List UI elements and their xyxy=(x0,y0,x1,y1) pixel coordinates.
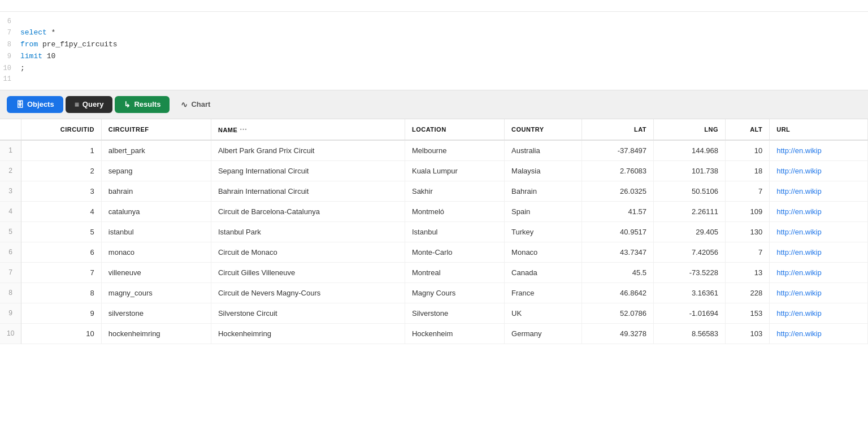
line-number: 7 xyxy=(0,28,20,38)
code-editor[interactable]: 67select *8from pre_f1py_circuits9limit … xyxy=(0,12,868,90)
table-row: 1010hockenheimringHockenheimringHockenhe… xyxy=(0,323,868,344)
cell-name: Circuit de Monaco xyxy=(211,242,405,262)
code-line: 9limit 10 xyxy=(0,51,868,63)
code-text: ; xyxy=(20,64,25,72)
cell-row: 9 xyxy=(0,303,21,323)
cell-url[interactable]: http://en.wikip xyxy=(770,201,868,221)
cell-row: 8 xyxy=(0,282,21,303)
code-text: pre_f1py_circuits xyxy=(38,40,117,49)
cell-circuitref: albert_park xyxy=(101,140,211,161)
cell-country: Bahrain xyxy=(505,181,582,201)
cell-url[interactable]: http://en.wikip xyxy=(770,282,868,303)
objects-label: Objects xyxy=(27,100,54,108)
code-content[interactable]: from pre_f1py_circuits xyxy=(20,39,868,51)
code-content[interactable]: select * xyxy=(20,27,868,39)
cell-url[interactable]: http://en.wikip xyxy=(770,160,868,181)
table-row: 88magny_coursCircuit de Nevers Magny-Cou… xyxy=(0,282,868,303)
tab-query[interactable]: ≡Query xyxy=(66,96,113,113)
tab-chart[interactable]: ∿Chart xyxy=(172,96,219,113)
results-icon: ↳ xyxy=(124,100,131,109)
code-line: 8from pre_f1py_circuits xyxy=(0,39,868,51)
line-number: 10 xyxy=(0,63,20,74)
cell-location: Hockenheim xyxy=(405,323,504,344)
cell-alt: 7 xyxy=(725,242,769,262)
cell-name: Albert Park Grand Prix Circuit xyxy=(211,140,405,161)
cell-circuitref: bahrain xyxy=(101,181,211,201)
query-icon: ≡ xyxy=(75,100,79,109)
cell-lng: 50.5106 xyxy=(654,181,726,201)
col-header-url[interactable]: URL xyxy=(770,119,868,140)
cell-alt: 7 xyxy=(725,181,769,201)
results-label: Results xyxy=(134,100,160,108)
cell-url[interactable]: http://en.wikip xyxy=(770,323,868,344)
cell-circuitid: 1 xyxy=(21,140,101,161)
col-header-location[interactable]: LOCATION xyxy=(405,119,504,140)
cell-location: Istanbul xyxy=(405,221,504,242)
cell-row: 1 xyxy=(0,140,21,161)
cell-lat: 52.0786 xyxy=(582,303,654,323)
db-selector[interactable] xyxy=(0,0,868,12)
cell-row: 3 xyxy=(0,181,21,201)
col-header-alt[interactable]: ALT xyxy=(725,119,769,140)
cell-lng: 7.42056 xyxy=(654,242,726,262)
cell-lat: -37.8497 xyxy=(582,140,654,161)
cell-location: Silverstone xyxy=(405,303,504,323)
cell-location: Kuala Lumpur xyxy=(405,160,504,181)
cell-circuitid: 7 xyxy=(21,262,101,282)
cell-lng: 2.26111 xyxy=(654,201,726,221)
cell-location: Melbourne xyxy=(405,140,504,161)
cell-lat: 40.9517 xyxy=(582,221,654,242)
cell-lng: 144.968 xyxy=(654,140,726,161)
cell-url[interactable]: http://en.wikip xyxy=(770,221,868,242)
toolbar: 🗄Objects≡Query↳Results∿Chart xyxy=(0,90,868,119)
cell-url[interactable]: http://en.wikip xyxy=(770,242,868,262)
cell-url[interactable]: http://en.wikip xyxy=(770,181,868,201)
cell-url[interactable]: http://en.wikip xyxy=(770,303,868,323)
code-line: 11 xyxy=(0,74,868,85)
cell-url[interactable]: http://en.wikip xyxy=(770,140,868,161)
cell-lng: 8.56583 xyxy=(654,323,726,344)
cell-lat: 45.5 xyxy=(582,262,654,282)
tab-results[interactable]: ↳Results xyxy=(115,96,170,113)
tab-objects[interactable]: 🗄Objects xyxy=(7,96,63,113)
results-table-container: CIRCUITIDCIRCUITREFNAME···LOCATIONCOUNTR… xyxy=(0,119,868,344)
col-header-lng[interactable]: LNG xyxy=(654,119,726,140)
code-content[interactable]: limit 10 xyxy=(20,51,868,63)
code-text: * xyxy=(47,28,56,37)
cell-circuitref: catalunya xyxy=(101,201,211,221)
line-number: 8 xyxy=(0,40,20,50)
cell-country: Spain xyxy=(505,201,582,221)
cell-country: Turkey xyxy=(505,221,582,242)
col-header-circuitid[interactable]: CIRCUITID xyxy=(21,119,101,140)
code-content[interactable]: ; xyxy=(20,63,868,75)
col-header-lat[interactable]: LAT xyxy=(582,119,654,140)
cell-name: Bahrain International Circuit xyxy=(211,181,405,201)
table-row: 77villeneuveCircuit Gilles VilleneuveMon… xyxy=(0,262,868,282)
cell-lng: 3.16361 xyxy=(654,282,726,303)
table-row: 55istanbulIstanbul ParkIstanbulTurkey40.… xyxy=(0,221,868,242)
cell-country: France xyxy=(505,282,582,303)
keyword: from xyxy=(20,40,38,49)
cell-location: Sakhir xyxy=(405,181,504,201)
line-number: 9 xyxy=(0,51,20,62)
cell-row: 7 xyxy=(0,262,21,282)
cell-row: 6 xyxy=(0,242,21,262)
cell-country: Germany xyxy=(505,323,582,344)
line-number: 6 xyxy=(0,16,20,27)
cell-alt: 13 xyxy=(725,262,769,282)
cell-lng: -73.5228 xyxy=(654,262,726,282)
col-header-name[interactable]: NAME··· xyxy=(211,119,405,140)
code-text: 10 xyxy=(42,52,55,60)
cell-circuitid: 9 xyxy=(21,303,101,323)
cell-url[interactable]: http://en.wikip xyxy=(770,262,868,282)
cell-circuitid: 8 xyxy=(21,282,101,303)
table-row: 22sepangSepang International CircuitKual… xyxy=(0,160,868,181)
column-menu-icon[interactable]: ··· xyxy=(240,125,247,134)
col-header-circuitref[interactable]: CIRCUITREF xyxy=(101,119,211,140)
chart-label: Chart xyxy=(191,100,210,108)
col-header-country[interactable]: COUNTRY xyxy=(505,119,582,140)
col-header-row xyxy=(0,119,21,140)
cell-alt: 228 xyxy=(725,282,769,303)
cell-row: 4 xyxy=(0,201,21,221)
cell-lat: 26.0325 xyxy=(582,181,654,201)
